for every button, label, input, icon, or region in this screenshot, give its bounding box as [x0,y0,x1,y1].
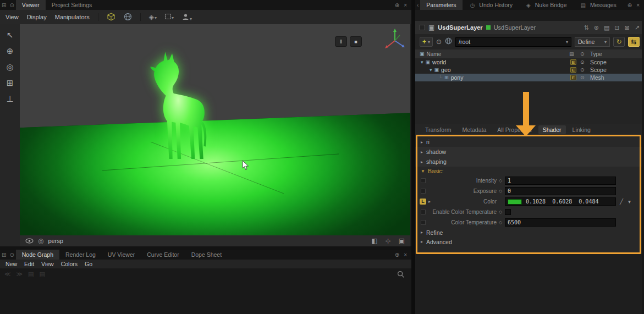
camera-user-dropdown[interactable]: ▾ [182,13,192,21]
color-temperature-field[interactable]: 6500 [505,218,616,227]
enable-color-temperature-checkbox[interactable] [505,209,511,215]
pane-menu-icon[interactable]: ⊙ [8,2,15,8]
gear-icon[interactable]: ⊛ [594,24,599,31]
menu-ng-view[interactable]: View [41,261,54,267]
param-checkbox[interactable] [421,210,426,214]
snapshot-camera-icon[interactable]: ▣ [399,237,405,245]
wrench-icon[interactable]: ⊠ [625,24,630,31]
render-view-icon[interactable]: ◧ [371,237,377,245]
goto-node-icon[interactable]: ↗ [635,24,640,31]
tree-row-pony[interactable]: └ ⊞ pony E ⊙ Mesh [415,74,644,81]
tab-transform[interactable]: Transform [421,125,455,134]
tab-undo-history[interactable]: ◷Undo History [463,0,519,10]
visibility-dot-icon[interactable]: ⊙ [580,67,585,73]
expression-toggle-icon[interactable]: ◇ [499,178,502,183]
forward-icon[interactable]: ≫ [16,271,23,278]
menu-edit[interactable]: Edit [24,261,34,267]
pane-add-icon[interactable]: ⊕ [628,2,632,8]
type-column-header[interactable]: Type [590,51,602,57]
refresh-button[interactable]: ↻ [613,37,625,47]
color-field[interactable]: 0.1028 0.6028 0.0484 [505,197,616,206]
color-swatch[interactable] [508,199,522,205]
menu-colors[interactable]: Colors [61,261,78,267]
node-edit-checkbox[interactable] [420,25,425,30]
tab-nuke-bridge[interactable]: ◈Nuke Bridge [519,0,573,10]
expander-icon[interactable]: ▾ [430,67,432,73]
comment-icon[interactable]: ⊡ [614,24,619,31]
visibility-dot-icon[interactable]: ⊙ [580,75,585,80]
param-checkbox[interactable] [421,220,426,225]
name-column-header[interactable]: Name [427,51,442,57]
menu-new[interactable]: New [5,261,17,267]
tab-linking[interactable]: Linking [568,125,595,134]
tab-parameters[interactable]: Parameters [420,0,462,10]
editable-badge[interactable]: E [570,75,576,80]
intensity-field[interactable]: 1 [505,177,616,185]
action-dropdown[interactable]: Define ▾ [575,37,610,47]
scale-tool-icon[interactable]: ⊞ [7,79,14,87]
location-path-field[interactable]: /root ▾ [455,37,571,47]
node-name[interactable]: UsdSuperLayer [438,24,482,31]
pan-zoom-icon[interactable]: ⊹ [386,237,391,245]
tab-uv-viewer[interactable]: UV Viewer [102,250,141,260]
select-tool-icon[interactable]: ↖ [7,31,14,39]
group-shaping[interactable]: ▸ shaping [415,157,644,167]
world-icon[interactable] [445,37,452,47]
pony-model[interactable] [130,29,207,184]
shading-cube-icon[interactable] [107,13,115,22]
pane-add-icon[interactable]: ⊕ [395,2,399,8]
tab-render-log[interactable]: Render Log [59,250,102,260]
back-icon[interactable]: ≪ [4,271,11,278]
eye-icon[interactable] [25,238,34,244]
expander-icon[interactable]: ▾ [421,59,423,65]
menu-display[interactable]: Display [27,14,47,20]
layout-icon[interactable]: ▤ [604,24,609,31]
expression-toggle-icon[interactable]: ◇ [499,210,502,214]
editable-badge[interactable]: E [570,59,576,65]
tab-viewer[interactable]: Viewer [16,0,46,10]
tab-shader[interactable]: Shader [538,125,566,134]
add-location-button[interactable]: + ▾ [420,37,433,47]
stop-button[interactable]: ■ [350,36,362,47]
tab-dope-sheet[interactable]: Dope Sheet [185,250,228,260]
pane-grid-icon[interactable]: ⊞ [0,252,8,258]
tab-project-settings[interactable]: Project Settings [46,0,98,10]
expression-toggle-icon[interactable]: ◇ [499,189,502,194]
pane-close-icon[interactable]: × [404,252,407,258]
expression-toggle-icon[interactable]: ◇ [499,220,502,225]
param-checkbox[interactable] [421,189,426,194]
search-icon[interactable] [397,271,405,278]
visibility-dot-icon[interactable]: ⊙ [580,59,585,65]
tab-node-graph[interactable]: Node Graph [16,250,59,260]
rotate-tool-icon[interactable]: ◎ [6,63,13,71]
scrollbar[interactable] [642,10,644,314]
target-icon[interactable]: ⊙ [436,38,442,45]
pane-grid-icon[interactable]: ⊞ [0,2,8,8]
tab-metadata[interactable]: Metadata [458,125,491,134]
menu-manipulators[interactable]: Manipulators [55,14,90,20]
collapse-chevron-icon[interactable]: ‹ [415,2,420,8]
selection-mode-dropdown[interactable]: ▾ [165,14,174,20]
nodegraph-canvas[interactable]: ≪ ≫ ▤ ▤ [0,268,411,314]
bookmark-icon[interactable]: ▤ [28,271,34,278]
exposure-field[interactable]: 0 [505,187,616,195]
swap-button[interactable]: ⇆ [628,37,640,47]
pause-button[interactable]: ‖ [335,36,347,47]
menu-view[interactable]: View [5,14,19,20]
group-shadow[interactable]: ▸ shadow [415,147,644,157]
color-picker-icon[interactable]: ╱ [620,199,623,205]
globe-icon[interactable] [124,13,132,22]
axis-gizmo[interactable] [382,26,408,53]
camera-name[interactable]: persp [48,238,63,244]
group-ri[interactable]: ▸ ri [415,137,644,147]
bookmark2-icon[interactable]: ▤ [39,271,45,278]
local-badge[interactable]: L [420,199,426,205]
param-checkbox[interactable] [421,178,426,183]
viewport-3d[interactable]: ‖ ■ [20,24,410,235]
tab-curve-editor[interactable]: Curve Editor [141,250,185,260]
camera-select-icon[interactable]: ◎ [38,238,43,244]
group-refine[interactable]: ▸ Refine [415,228,644,237]
tree-row-geo[interactable]: ▾ ▣ geo E ⊙ Scope [415,66,644,74]
pane-divider[interactable] [411,0,415,314]
snapping-dropdown[interactable]: ◈▾ [149,14,157,20]
